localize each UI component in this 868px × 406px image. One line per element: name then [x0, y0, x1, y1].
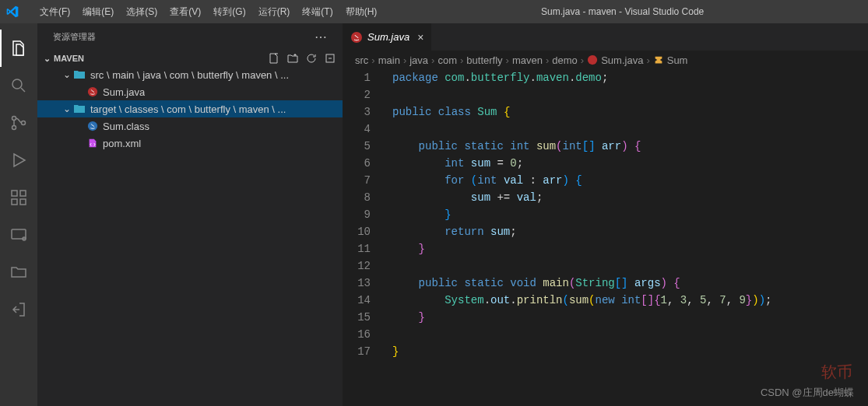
tree-label: Sum.java [103, 86, 145, 98]
svg-point-2 [12, 126, 16, 130]
send-icon[interactable] [0, 291, 37, 328]
breadcrumb-item[interactable]: src [355, 54, 368, 66]
svg-point-13 [351, 32, 362, 43]
breadcrumb-item[interactable]: Sum.java [587, 54, 643, 66]
svg-point-1 [12, 117, 16, 121]
breadcrumb-item[interactable]: java [409, 54, 428, 66]
refresh-icon[interactable] [305, 52, 318, 65]
menu-6[interactable]: 终端(T) [296, 6, 339, 17]
tree-item-0[interactable]: ⌄src \ main \ java \ com \ butterfly \ m… [37, 66, 343, 83]
more-actions-icon[interactable]: ⋯ [315, 30, 327, 44]
activity-bar [0, 23, 37, 406]
menu-0[interactable]: 文件(F) [33, 6, 76, 17]
menu-3[interactable]: 查看(V) [163, 6, 207, 17]
code-content[interactable]: package com.butterfly.maven.demo; public… [385, 69, 868, 406]
svg-rect-4 [12, 191, 17, 196]
menu-7[interactable]: 帮助(H) [339, 6, 384, 17]
close-icon[interactable]: × [417, 31, 423, 44]
chevron-down-icon: ⌄ [61, 103, 73, 114]
folder-icon [73, 68, 86, 81]
svg-rect-5 [12, 199, 17, 205]
menu-4[interactable]: 转到(G) [207, 6, 251, 17]
svg-point-12 [88, 121, 97, 131]
sidebar: 资源管理器 ⋯ ⌄ MAVEN ⌄src \ main \ jav [37, 23, 343, 406]
menu-bar: 文件(F)编辑(E)选择(S)查看(V)转到(G)运行(R)终端(T)帮助(H) [33, 5, 383, 19]
new-folder-icon[interactable] [286, 52, 299, 65]
chevron-down-icon: ⌄ [61, 69, 73, 80]
svg-point-11 [88, 87, 97, 96]
tree-item-2[interactable]: ⌄target \ classes \ com \ butterfly \ ma… [37, 100, 343, 117]
svg-rect-7 [20, 191, 26, 196]
tree-item-4[interactable]: pom.xml [37, 135, 343, 152]
explorer-icon[interactable] [0, 30, 37, 67]
sidebar-header: 资源管理器 ⋯ [37, 23, 343, 51]
breadcrumbs[interactable]: src›main›java›com›butterfly›maven›demo›S… [343, 51, 868, 69]
debug-icon[interactable] [0, 142, 37, 179]
menu-2[interactable]: 选择(S) [120, 6, 163, 17]
editor-area: Sum.java × src›main›java›com›butterfly›m… [343, 23, 868, 406]
tree-item-3[interactable]: Sum.class [37, 117, 343, 135]
remote-icon[interactable] [0, 216, 37, 254]
folder-icon [73, 103, 86, 115]
window-title: Sum.java - maven - Visual Studio Code [383, 6, 862, 17]
breadcrumb-item[interactable]: main [378, 54, 400, 66]
breadcrumb-item[interactable]: Sum [653, 54, 688, 66]
extensions-icon[interactable] [0, 179, 37, 216]
sidebar-title: 资源管理器 [53, 31, 96, 43]
breadcrumb-item[interactable]: butterfly [466, 54, 502, 66]
breadcrumb-item[interactable]: demo [552, 54, 578, 66]
tree-label: target \ classes \ com \ butterfly \ mav… [90, 103, 286, 115]
menu-1[interactable]: 编辑(E) [76, 6, 120, 17]
watermark-logo: 软币 [821, 362, 852, 383]
svg-rect-6 [20, 199, 26, 205]
svg-point-3 [22, 121, 26, 125]
editor-tabs: Sum.java × [343, 23, 868, 51]
vscode-logo-icon [6, 5, 33, 18]
file-tree: ⌄src \ main \ java \ com \ butterfly \ m… [37, 66, 343, 152]
code-editor[interactable]: 1234567891011121314151617 package com.bu… [343, 69, 868, 406]
xml-icon [87, 138, 98, 149]
tab-label: Sum.java [367, 31, 409, 43]
chevron-down-icon: ⌄ [44, 54, 51, 64]
source-control-icon[interactable] [0, 104, 37, 142]
breadcrumb-item[interactable]: maven [512, 54, 543, 66]
menu-5[interactable]: 运行(R) [252, 6, 297, 17]
java-icon [87, 86, 98, 97]
folder-icon[interactable] [0, 254, 37, 291]
collapse-icon[interactable] [324, 52, 336, 65]
javaclass-icon [87, 121, 98, 131]
tree-label: src \ main \ java \ com \ butterfly \ ma… [90, 69, 289, 81]
watermark-text: CSDN @庄周de蝴蝶 [761, 386, 854, 400]
new-file-icon[interactable] [268, 52, 280, 65]
title-bar: 文件(F)编辑(E)选择(S)查看(V)转到(G)运行(R)终端(T)帮助(H)… [0, 0, 868, 23]
tree-label: Sum.class [103, 121, 149, 132]
explorer-section-header[interactable]: ⌄ MAVEN [37, 51, 343, 66]
search-icon[interactable] [0, 67, 37, 104]
java-icon [350, 31, 363, 44]
svg-point-14 [588, 55, 597, 65]
tab-sum-java[interactable]: Sum.java × [343, 23, 432, 51]
tree-label: pom.xml [103, 138, 141, 149]
tree-item-1[interactable]: Sum.java [37, 83, 343, 100]
project-name: MAVEN [54, 54, 84, 63]
line-numbers: 1234567891011121314151617 [343, 69, 385, 406]
svg-point-0 [12, 79, 22, 89]
breadcrumb-item[interactable]: com [438, 54, 457, 66]
